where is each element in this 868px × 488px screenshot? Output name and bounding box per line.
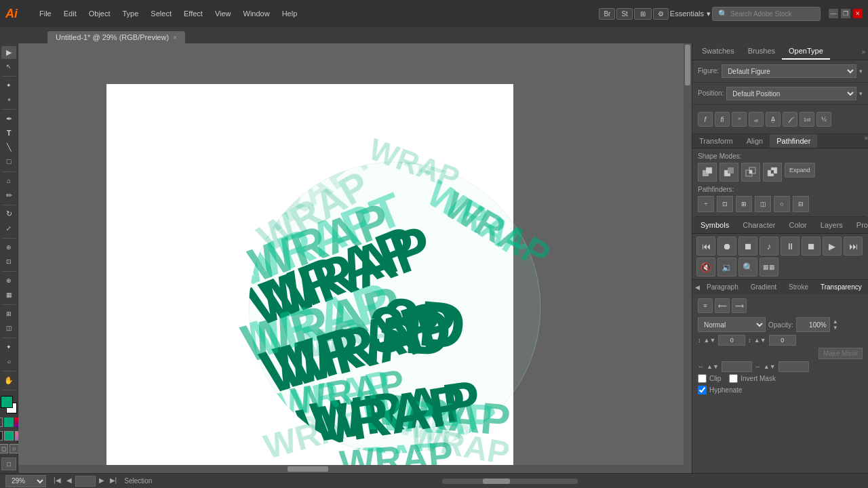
menu-view[interactable]: View [210,7,237,20]
screen-mode-button[interactable]: □ [1,458,16,470]
stock-button[interactable]: St [616,8,632,20]
stroke-mode-button[interactable]: ○ [9,444,19,453]
unite-button[interactable] [698,163,717,182]
rectangle-tool[interactable]: □ [1,155,16,168]
symbol-record[interactable]: ⏺ [717,237,736,256]
layers-tab[interactable]: Layers [815,218,848,232]
color-tab[interactable]: Color [783,218,812,232]
lasso-tool[interactable]: ⌖ [1,94,16,106]
menu-type[interactable]: Type [117,7,144,20]
properties-tab[interactable]: Properties [851,218,868,232]
vertical-scroll-thumb[interactable] [685,45,690,85]
scroll-bar-area[interactable] [157,479,863,484]
transform-tab[interactable]: Transform [692,134,740,148]
opentype-icon-3[interactable]: ˢᵗ [732,112,747,127]
symbol-grid[interactable]: ▦▦ [760,258,778,277]
figure-select[interactable]: Default Figure [722,64,856,78]
invert-mask-checkbox[interactable] [729,374,738,383]
crop-button[interactable]: ◫ [755,196,771,212]
hyphenate-checkbox[interactable] [698,386,707,394]
symbol-stop[interactable]: ⏹ [738,237,757,256]
menu-window[interactable]: Window [238,7,275,20]
align-tab[interactable]: Align [740,134,770,148]
scale-tool[interactable]: ⤢ [1,222,16,235]
menu-help[interactable]: Help [277,7,303,20]
pencil-tool[interactable]: ✏ [1,188,16,201]
pt-input-right[interactable]: 0 pt [778,361,809,372]
hand-tool[interactable]: ✋ [1,374,16,387]
transparency-tab[interactable]: Transparency [815,281,867,293]
opentype-icon-6[interactable]: 𝒻 [783,112,797,127]
maximize-button[interactable]: ❐ [841,9,850,18]
symbol-volume-down[interactable]: 🔉 [717,258,736,277]
extras-button[interactable]: ⚙ [653,8,669,20]
symbols-tab[interactable]: Symbols [695,218,734,232]
gradient-tool[interactable]: ◫ [1,322,16,335]
selection-tool[interactable]: ▶ [1,46,16,59]
h-scrollbar-status[interactable] [442,479,578,484]
eyedropper-tool[interactable]: ✦ [1,341,16,354]
type-tool[interactable]: T [1,127,16,140]
magic-wand-tool[interactable]: ✦ [1,79,16,92]
trim-button[interactable]: ⊡ [717,196,733,212]
pt-input-left[interactable]: 0 pt [722,361,752,372]
color-icon-2[interactable] [4,431,14,441]
symbol-search[interactable]: 🔍 [738,258,757,277]
swap-colors-button[interactable] [4,418,14,427]
opentype-icon-5[interactable]: A̤ [766,112,781,127]
rotate-tool[interactable]: ↻ [1,207,16,220]
pathfinder-tab[interactable]: Pathfinder [770,134,817,148]
column-graph-tool[interactable]: ▦ [1,289,16,302]
search-adobe-stock[interactable]: 🔍 Search Adobe Stock [712,7,821,21]
none-color-button[interactable] [0,418,3,427]
document-tab[interactable]: Untitled-1* @ 29% (RGB/Preview) × [47,31,185,43]
pt-arrows-left[interactable]: ▲▼ [707,363,719,370]
line-tool[interactable]: ╲ [1,141,16,154]
symbol-forward[interactable]: ⏭ [844,237,863,256]
swatches-tab[interactable]: Swatches [695,43,741,60]
minus-back-button[interactable]: ⊟ [793,196,809,212]
panel-collapse-button[interactable]: » [861,48,865,56]
make-mask-button[interactable]: Make Mask [818,348,863,359]
merge-button[interactable]: ⊞ [736,196,752,212]
symbol-mute[interactable]: 🔇 [696,258,715,277]
zoom-select[interactable]: 29% 50% 100% [5,475,46,487]
symbol-music[interactable]: ♪ [760,237,778,256]
menu-edit[interactable]: Edit [58,7,82,20]
outline-button[interactable]: ○ [774,196,790,212]
prev-page-button[interactable]: ◀ [64,476,74,487]
indent-right-icon[interactable]: ⟶ [732,298,747,313]
zoom-tool[interactable]: ⌕ [1,355,16,368]
symbol-rewind[interactable]: ⏮ [696,237,715,256]
pt-arrows-right[interactable]: ▲▼ [764,363,776,370]
horizontal-scrollbar[interactable] [18,465,692,473]
last-page-button[interactable]: ▶| [108,476,119,487]
first-page-button[interactable]: |◀ [52,476,63,487]
opentype-icon-4[interactable]: ₐᵦ [749,112,764,127]
tab-close-button[interactable]: × [173,34,177,41]
horizontal-scroll-thumb[interactable] [288,466,328,472]
mesh-tool[interactable]: ⊞ [1,308,16,321]
menu-effect[interactable]: Effect [178,7,208,20]
intersect-button[interactable] [741,163,760,182]
warp-tool[interactable]: ⊛ [1,241,16,254]
spacing-arrows-1[interactable]: ▲▼ [704,337,716,344]
minimize-button[interactable]: — [829,9,838,18]
symbol-stop2[interactable]: ⏹ [802,237,821,256]
menu-file[interactable]: File [34,7,57,20]
spacing-input-2[interactable] [769,335,796,346]
opacity-stepper[interactable]: ▲▼ [833,319,838,331]
color-icon-1[interactable] [0,431,3,441]
opentype-icon-2[interactable]: fi [715,112,730,127]
paragraph-tab[interactable]: Paragraph [701,281,744,293]
fill-mode-button[interactable]: ◻ [0,444,8,453]
menu-object[interactable]: Object [83,7,116,20]
align-left-icon[interactable]: ≡ [698,298,713,313]
pathfinder-collapse[interactable]: » [864,134,868,148]
menu-select[interactable]: Select [145,7,177,20]
panel-scroll-left[interactable]: ◀ [695,284,700,291]
opentype-tab[interactable]: OpenType [782,43,830,60]
workspace-button[interactable]: ⊞ [634,8,652,20]
symbol-play[interactable]: ▶ [823,237,842,256]
expand-button[interactable]: Expand [785,163,815,178]
